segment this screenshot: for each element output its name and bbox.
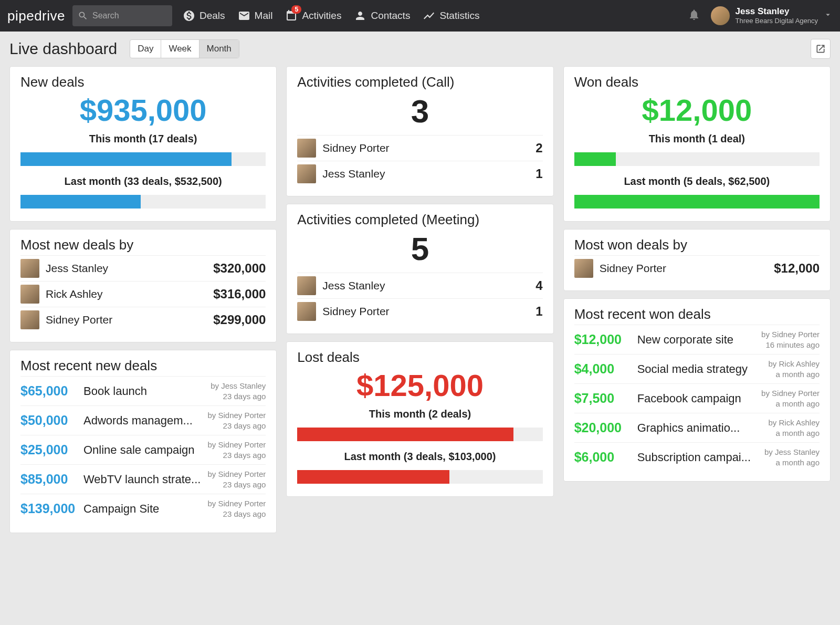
stats-icon bbox=[423, 9, 435, 22]
period-month[interactable]: Month bbox=[200, 40, 239, 58]
list-item[interactable]: Jess Stanley$320,000 bbox=[20, 255, 266, 281]
deal-title: Graphics animatio... bbox=[637, 421, 763, 435]
last-month-label: Last month (3 deals, $103,000) bbox=[297, 451, 542, 463]
nav-label: Deals bbox=[200, 10, 225, 22]
nav-deals[interactable]: Deals bbox=[183, 9, 225, 22]
avatar bbox=[297, 164, 316, 183]
list-item[interactable]: $85,000WebTV launch strate...by Sidney P… bbox=[20, 464, 266, 494]
list-item[interactable]: Sidney Porter1 bbox=[297, 298, 542, 324]
external-link-icon bbox=[815, 44, 826, 54]
list-item[interactable]: $50,000Adwords managem...by Sidney Porte… bbox=[20, 405, 266, 435]
new-deals-value: $935,000 bbox=[20, 92, 266, 128]
person-value: 4 bbox=[536, 278, 542, 293]
chevron-down-icon bbox=[823, 10, 833, 22]
deal-title: New corporate site bbox=[637, 333, 756, 347]
list-item[interactable]: $65,000Book launchby Jess Stanley23 days… bbox=[20, 376, 266, 405]
topbar-right: Jess Stanley Three Bears Digital Agency bbox=[688, 6, 833, 25]
deal-title: Social media strategy bbox=[637, 362, 763, 376]
deal-amount: $139,000 bbox=[20, 501, 78, 516]
avatar bbox=[574, 259, 593, 278]
person-name: Rick Ashley bbox=[46, 288, 207, 300]
deal-amount: $25,000 bbox=[20, 442, 78, 457]
card-title: Most recent won deals bbox=[574, 306, 820, 322]
this-month-label: This month (17 deals) bbox=[20, 133, 266, 145]
list-item[interactable]: Jess Stanley1 bbox=[297, 161, 542, 186]
card-title: Activities completed (Meeting) bbox=[297, 212, 542, 228]
most-new-deals-card: Most new deals by Jess Stanley$320,000Ri… bbox=[9, 229, 277, 342]
person-name: Sidney Porter bbox=[322, 142, 529, 154]
period-toggle: Day Week Month bbox=[130, 39, 239, 58]
user-subtitle: Three Bears Digital Agency bbox=[735, 17, 818, 25]
card-title: New deals bbox=[20, 74, 266, 90]
won-deals-card: Won deals $12,000 This month (1 deal) La… bbox=[563, 66, 831, 222]
list-item[interactable]: $4,000Social media strategyby Rick Ashle… bbox=[574, 354, 820, 383]
list-item[interactable]: $7,500Facebook campaignby Sidney Portera… bbox=[574, 383, 820, 413]
last-month-bar bbox=[574, 195, 820, 209]
list-item[interactable]: Sidney Porter$299,000 bbox=[20, 307, 266, 332]
list-item[interactable]: Sidney Porter$12,000 bbox=[574, 255, 820, 281]
notifications-button[interactable] bbox=[688, 8, 700, 23]
lost-deals-card: Lost deals $125,000 This month (2 deals)… bbox=[286, 341, 553, 497]
deal-title: Book launch bbox=[83, 384, 205, 398]
person-value: $299,000 bbox=[213, 312, 266, 327]
card-title: Lost deals bbox=[297, 349, 542, 366]
most-won-deals-card: Most won deals by Sidney Porter$12,000 bbox=[563, 229, 831, 291]
deals-icon bbox=[183, 9, 195, 22]
person-value: 2 bbox=[536, 141, 542, 155]
nav-activities[interactable]: 5 Activities bbox=[285, 9, 341, 22]
nav-statistics[interactable]: Statistics bbox=[423, 9, 479, 22]
deal-amount: $4,000 bbox=[574, 361, 632, 377]
card-title: Most recent new deals bbox=[20, 358, 266, 374]
nav-label: Mail bbox=[255, 10, 273, 22]
deal-amount: $85,000 bbox=[20, 472, 78, 487]
bell-icon bbox=[688, 8, 700, 21]
activities-meeting-value: 5 bbox=[297, 230, 542, 267]
list-item[interactable]: $20,000Graphics animatio...by Rick Ashle… bbox=[574, 413, 820, 442]
dashboard-grid: New deals $935,000 This month (17 deals)… bbox=[0, 66, 840, 543]
period-week[interactable]: Week bbox=[161, 40, 199, 58]
this-month-bar bbox=[20, 152, 266, 166]
user-menu[interactable]: Jess Stanley Three Bears Digital Agency bbox=[711, 6, 833, 25]
list-item[interactable]: Sidney Porter2 bbox=[297, 135, 542, 161]
list-item[interactable]: Rick Ashley$316,000 bbox=[20, 281, 266, 307]
nav: Deals Mail 5 Activities Contacts Statist… bbox=[183, 9, 688, 22]
period-day[interactable]: Day bbox=[130, 40, 161, 58]
avatar bbox=[20, 285, 39, 304]
activities-meeting-card: Activities completed (Meeting) 5 Jess St… bbox=[286, 204, 553, 334]
deal-meta: by Sidney Porter23 days ago bbox=[207, 498, 266, 519]
activities-call-card: Activities completed (Call) 3 Sidney Por… bbox=[286, 66, 553, 196]
deal-title: Subscription campai... bbox=[637, 451, 759, 464]
activities-badge: 5 bbox=[291, 5, 301, 14]
list-item[interactable]: $6,000Subscription campai...by Jess Stan… bbox=[574, 442, 820, 472]
lost-deals-value: $125,000 bbox=[297, 368, 542, 403]
this-month-label: This month (1 deal) bbox=[574, 133, 820, 145]
nav-contacts[interactable]: Contacts bbox=[354, 9, 410, 22]
deal-meta: by Sidney Portera month ago bbox=[761, 388, 820, 409]
list-item[interactable]: $25,000Online sale campaignby Sidney Por… bbox=[20, 435, 266, 464]
export-button[interactable] bbox=[811, 39, 831, 59]
this-month-bar bbox=[297, 428, 542, 441]
nav-mail[interactable]: Mail bbox=[238, 9, 273, 22]
page-title: Live dashboard bbox=[9, 40, 117, 58]
nav-label: Contacts bbox=[371, 10, 410, 22]
user-name: Jess Stanley bbox=[735, 6, 818, 17]
person-value: $320,000 bbox=[213, 261, 266, 276]
last-month-bar bbox=[20, 195, 266, 209]
deal-title: Facebook campaign bbox=[637, 392, 756, 405]
deal-meta: by Jess Stanley23 days ago bbox=[211, 381, 266, 401]
deal-title: Adwords managem... bbox=[83, 414, 202, 428]
recent-new-deals-card: Most recent new deals $65,000Book launch… bbox=[9, 350, 277, 533]
avatar bbox=[297, 302, 316, 321]
last-month-bar bbox=[297, 470, 542, 484]
list-item[interactable]: Jess Stanley4 bbox=[297, 273, 542, 298]
last-month-label: Last month (5 deals, $62,500) bbox=[574, 175, 820, 188]
search-input[interactable]: Search bbox=[72, 5, 172, 26]
logo: pipedrive bbox=[7, 8, 65, 24]
deal-amount: $12,000 bbox=[574, 332, 632, 347]
page-header: Live dashboard Day Week Month bbox=[0, 32, 840, 66]
activities-call-value: 3 bbox=[297, 92, 542, 130]
deal-amount: $6,000 bbox=[574, 450, 632, 465]
topbar: pipedrive Search Deals Mail 5 Activities… bbox=[0, 0, 840, 32]
list-item[interactable]: $139,000Campaign Siteby Sidney Porter23 … bbox=[20, 494, 266, 523]
list-item[interactable]: $12,000New corporate siteby Sidney Porte… bbox=[574, 325, 820, 354]
